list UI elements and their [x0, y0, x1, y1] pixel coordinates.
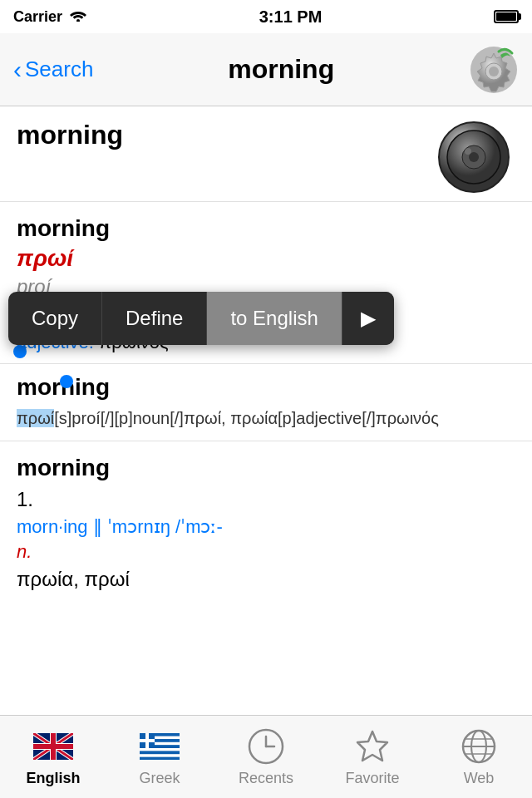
phonetic-line: morn·ing ‖ ˈmɔrnɪŋ /ˈmɔː-: [17, 516, 515, 538]
english-flag-icon: [33, 727, 73, 766]
svg-point-3: [489, 66, 499, 76]
speaker-icon: [436, 120, 511, 195]
tab-english[interactable]: English: [0, 727, 106, 787]
status-bar: Carrier 3:11 PM: [0, 0, 532, 33]
svg-marker-34: [357, 732, 387, 761]
selection-handle-left: [13, 345, 27, 358]
battery-icon: [494, 10, 519, 23]
raw-entry-section: morning πρωί[s]proí[/][p]noun[/]πρωί, πρ…: [0, 363, 532, 441]
pos-short: n.: [17, 541, 515, 563]
entry-word: morning: [17, 215, 515, 242]
status-battery: [494, 10, 519, 23]
svg-rect-26: [140, 754, 180, 757]
recents-clock-icon: [246, 727, 286, 766]
svg-rect-27: [140, 757, 180, 760]
word-heading-section: morning: [0, 106, 532, 202]
entry-greek: πρωί: [17, 245, 515, 272]
raw-entry-word: morning: [17, 374, 515, 401]
context-popup-menu: Copy Define to English ▶: [8, 292, 394, 345]
back-label: Search: [25, 57, 93, 82]
raw-highlighted: πρωί: [17, 409, 54, 427]
tab-recents-label: Recents: [239, 770, 293, 787]
svg-rect-24: [140, 748, 180, 751]
gear-button[interactable]: [469, 45, 519, 95]
copy-button[interactable]: Copy: [8, 292, 102, 345]
entry-number: 1.: [17, 488, 515, 511]
tab-bar: English Greek: [0, 715, 532, 798]
tab-english-label: English: [26, 770, 80, 787]
nav-bar: ‹ Search morning: [0, 33, 532, 106]
svg-point-0: [76, 19, 80, 22]
back-chevron-icon: ‹: [13, 57, 22, 82]
speaker-button[interactable]: [432, 120, 515, 195]
tab-greek[interactable]: Greek: [106, 727, 213, 787]
svg-rect-30: [140, 739, 155, 742]
selection-handle-right: [60, 375, 73, 388]
dict-entry: morning πρωί proí noun: πρωί, πρωία adje…: [0, 202, 532, 363]
translation-line: πρωία, πρωί: [17, 568, 515, 591]
tab-web[interactable]: Web: [426, 727, 532, 787]
define-button[interactable]: Define: [102, 292, 207, 345]
tab-recents[interactable]: Recents: [213, 727, 319, 787]
numbered-entry-word: morning: [17, 455, 515, 481]
wifi-icon: [69, 8, 87, 26]
svg-point-8: [465, 148, 471, 155]
main-word-heading: morning: [17, 120, 123, 150]
nav-title: morning: [228, 54, 334, 85]
web-globe-icon: [459, 727, 499, 766]
numbered-entry-section: morning 1. morn·ing ‖ ˈmɔrnɪŋ /ˈmɔː- n. …: [0, 441, 532, 604]
tab-greek-label: Greek: [139, 770, 180, 787]
status-time: 3:11 PM: [259, 7, 323, 27]
status-carrier: Carrier: [13, 8, 87, 26]
play-button[interactable]: ▶: [342, 292, 394, 345]
tab-favorite[interactable]: Favorite: [319, 727, 426, 787]
back-button[interactable]: ‹ Search: [13, 57, 93, 82]
content-area: morning: [0, 106, 532, 715]
tab-web-label: Web: [464, 770, 495, 787]
tab-favorite-label: Favorite: [345, 770, 399, 787]
favorite-star-icon: [352, 727, 392, 766]
carrier-text: Carrier: [13, 8, 62, 26]
svg-rect-25: [140, 751, 180, 755]
svg-rect-17: [33, 744, 73, 749]
gear-icon: [469, 45, 519, 95]
to-english-button[interactable]: to English: [207, 292, 342, 345]
greek-flag-icon: [140, 727, 180, 766]
raw-entry-text: πρωί[s]proí[/][p]noun[/]πρωί, πρωία[p]ad…: [17, 406, 515, 431]
